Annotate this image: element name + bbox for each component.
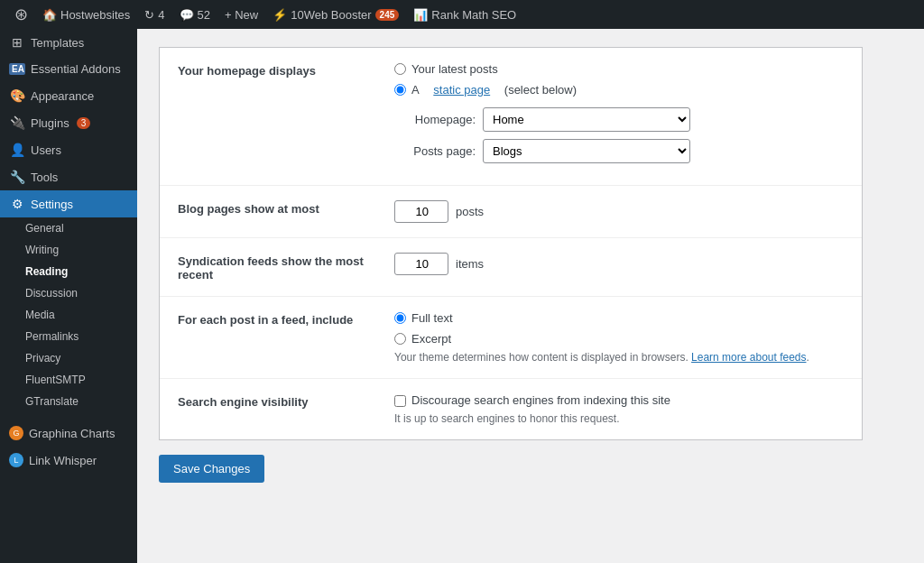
sidebar-item-label: Appearance (31, 89, 94, 103)
posts-page-select-row: Posts page: Blogs (394, 139, 844, 163)
submenu-reading[interactable]: Reading (0, 261, 137, 282)
comments-icon: 💬 (180, 8, 194, 22)
submenu-discussion[interactable]: Discussion (0, 282, 137, 304)
sidebar-item-templates[interactable]: ⊞ Templates (0, 29, 137, 56)
homepage-radio-group: Your latest posts A static page (select … (394, 62, 844, 97)
sidebar-item-label: Tools (31, 171, 58, 184)
adminbar-wp-logo[interactable]: ⊛ (7, 0, 35, 29)
wp-logo-icon: ⊛ (14, 5, 28, 24)
adminbar-site-name[interactable]: 🏠 Hostwebsites (35, 0, 137, 29)
blog-pages-label: Blog pages show at most (178, 200, 376, 216)
content-area: Your homepage displays Your latest posts… (137, 29, 924, 563)
sidebar-item-plugins[interactable]: 🔌 Plugins 3 (0, 109, 137, 136)
save-changes-button[interactable]: Save Changes (159, 455, 264, 483)
search-visibility-checkbox[interactable] (394, 395, 406, 407)
search-visibility-checkbox-row[interactable]: Discourage search engines from indexing … (394, 393, 844, 407)
full-text-label: Full text (411, 311, 453, 325)
excerpt-label: Excerpt (411, 332, 451, 346)
latest-posts-label: Your latest posts (411, 62, 498, 76)
blog-pages-suffix: posts (456, 205, 484, 218)
blog-pages-input[interactable] (394, 200, 448, 223)
search-visibility-label: Search engine visibility (178, 393, 376, 409)
sidebar-item-appearance[interactable]: 🎨 Appearance (0, 82, 137, 109)
sidebar-item-label: Plugins (31, 116, 69, 130)
blog-pages-row: Blog pages show at most posts (160, 186, 862, 238)
homepage-select-label: Homepage: (394, 113, 476, 126)
homepage-select[interactable]: Home (483, 107, 690, 132)
search-visibility-control: Discourage search engines from indexing … (394, 393, 844, 425)
feed-include-label: For each post in a feed, include (178, 311, 376, 327)
tools-icon: 🔧 (9, 170, 25, 184)
booster-badge: 245 (375, 9, 400, 21)
sidebar-item-label: Settings (31, 198, 73, 211)
syndication-input[interactable] (394, 253, 448, 275)
users-icon: 👤 (9, 143, 25, 157)
homepage-displays-label: Your homepage displays (178, 62, 376, 78)
sidebar-item-users[interactable]: 👤 Users (0, 136, 137, 163)
submenu-writing[interactable]: Writing (0, 239, 137, 261)
adminbar-rank-math[interactable]: 📊 Rank Math SEO (406, 0, 523, 29)
updates-icon: ↻ (144, 8, 154, 22)
submenu-permalinks[interactable]: Permalinks (0, 326, 137, 347)
sidebar-item-tools[interactable]: 🔧 Tools (0, 163, 137, 190)
submenu-media[interactable]: Media (0, 304, 137, 326)
adminbar-comments[interactable]: 💬 52 (172, 0, 217, 29)
full-text-radio[interactable] (394, 312, 406, 324)
settings-submenu: General Writing Reading Discussion Media… (0, 217, 137, 412)
templates-icon: ⊞ (9, 35, 25, 50)
excerpt-radio-row[interactable]: Excerpt (394, 332, 844, 346)
sidebar-item-label: Users (31, 143, 61, 157)
excerpt-radio[interactable] (394, 333, 406, 345)
static-page-radio[interactable] (394, 84, 406, 96)
reading-settings-table: Your homepage displays Your latest posts… (159, 47, 863, 440)
appearance-icon: 🎨 (9, 88, 25, 103)
essential-addons-icon: EA (9, 63, 25, 75)
plugins-icon: 🔌 (9, 115, 25, 130)
learn-more-link[interactable]: Learn more about feeds (691, 351, 806, 364)
adminbar-10web-booster[interactable]: ⚡ 10Web Booster 245 (265, 0, 406, 29)
sidebar-item-link-whisper[interactable]: L Link Whisper (0, 447, 137, 474)
link-whisper-icon: L (9, 453, 23, 467)
submenu-fluentsmtp[interactable]: FluentSMTP (0, 369, 137, 391)
static-page-radio-row[interactable]: A static page (select below) (394, 83, 844, 97)
static-page-suffix: (select below) (504, 83, 577, 97)
sidebar-item-label: Graphina Charts (29, 427, 115, 440)
syndication-label: Syndication feeds show the most recent (178, 253, 376, 282)
syndication-input-row: items (394, 253, 844, 275)
sidebar-item-label: Link Whisper (29, 454, 97, 467)
syndication-suffix: items (456, 257, 484, 271)
blog-pages-control: posts (394, 200, 844, 223)
homepage-displays-row: Your homepage displays Your latest posts… (160, 48, 862, 186)
syndication-control: items (394, 253, 844, 275)
static-page-link[interactable]: static page (433, 83, 490, 97)
sidebar-item-graphina-charts[interactable]: G Graphina Charts (0, 420, 137, 447)
latest-posts-radio[interactable] (394, 63, 406, 75)
sidebar-item-label: Essential Addons (31, 62, 121, 76)
search-visibility-row: Search engine visibility Discourage sear… (160, 379, 862, 439)
adminbar-updates[interactable]: ↻ 4 (137, 0, 171, 29)
graphina-icon: G (9, 426, 23, 440)
homepage-select-row: Homepage: Home (394, 107, 844, 132)
settings-icon: ⚙ (9, 197, 25, 211)
latest-posts-radio-row[interactable]: Your latest posts (394, 62, 844, 76)
blog-pages-input-row: posts (394, 200, 844, 223)
admin-bar: ⊛ 🏠 Hostwebsites ↻ 4 💬 52 + New ⚡ 10Web … (0, 0, 924, 29)
sidebar-item-settings[interactable]: ⚙ Settings (0, 190, 137, 217)
adminbar-new[interactable]: + New (217, 0, 265, 29)
feed-include-control: Full text Excerpt Your theme determines … (394, 311, 844, 364)
plugins-badge: 3 (77, 117, 91, 129)
submenu-privacy[interactable]: Privacy (0, 347, 137, 369)
submenu-gtranslate[interactable]: GTranslate (0, 391, 137, 412)
search-visibility-checkbox-label: Discourage search engines from indexing … (411, 393, 670, 407)
full-text-radio-row[interactable]: Full text (394, 311, 844, 325)
homepage-displays-control: Your latest posts A static page (select … (394, 62, 844, 171)
feed-radio-group: Full text Excerpt (394, 311, 844, 346)
syndication-row: Syndication feeds show the most recent i… (160, 238, 862, 297)
feed-description: Your theme determines how content is dis… (394, 351, 844, 364)
submenu-general[interactable]: General (0, 217, 137, 239)
posts-page-label: Posts page: (394, 144, 476, 158)
sidebar: ⊞ Templates EA Essential Addons 🎨 Appear… (0, 29, 137, 563)
static-page-prefix: A (411, 83, 420, 97)
posts-page-select[interactable]: Blogs (483, 139, 690, 163)
sidebar-item-essential-addons[interactable]: EA Essential Addons (0, 56, 137, 82)
